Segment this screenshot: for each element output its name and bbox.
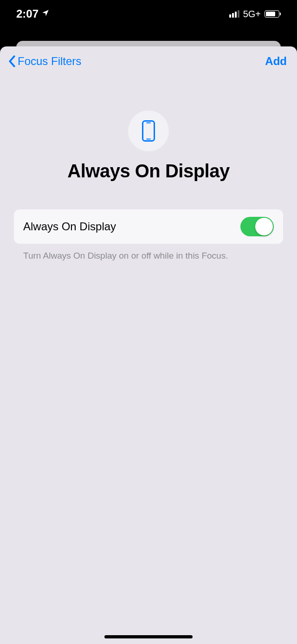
page-title: Always On Display [67,161,229,182]
nav-bar: Focus Filters Add [0,46,297,76]
status-time: 2:07 [16,7,39,20]
home-indicator[interactable] [104,635,193,638]
status-left: 2:07 [16,7,50,20]
location-icon [41,9,50,20]
setting-row-aod[interactable]: Always On Display [14,209,283,244]
aod-toggle[interactable] [240,217,274,236]
hero-icon-circle [128,111,169,151]
hero-section: Always On Display [0,76,297,209]
back-label: Focus Filters [18,55,81,68]
add-button[interactable]: Add [265,55,287,68]
phone-icon [142,120,155,142]
battery-icon [265,10,281,18]
status-right: 5G+ [229,9,281,20]
setting-label: Always On Display [23,220,116,233]
status-bar: 2:07 5G+ [0,0,297,28]
svg-rect-0 [143,121,155,141]
chevron-left-icon [8,55,16,67]
settings-sheet: Focus Filters Add Always On Display Alwa… [0,46,297,644]
network-label: 5G+ [243,9,261,20]
signal-icon [229,10,239,18]
back-button[interactable]: Focus Filters [8,55,81,68]
toggle-knob [255,218,273,235]
setting-description: Turn Always On Display on or off while i… [23,250,274,262]
